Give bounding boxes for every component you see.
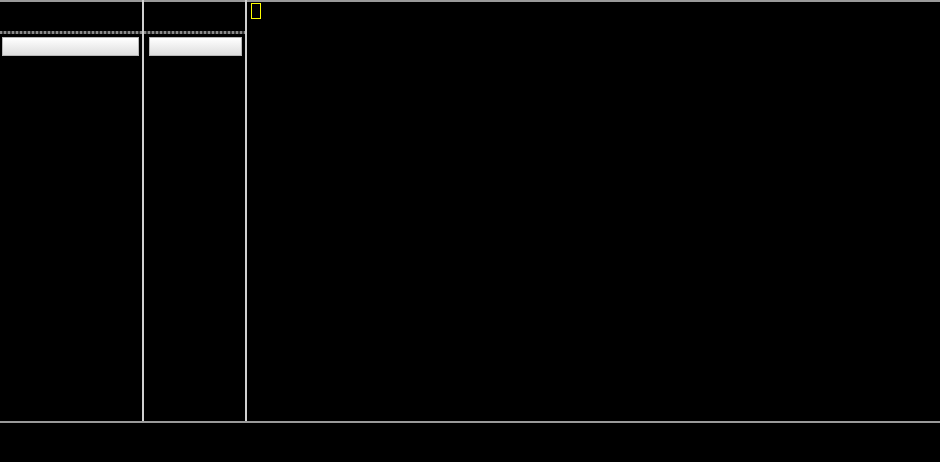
name-value-splitter[interactable] <box>142 0 144 421</box>
value-column-header[interactable] <box>149 37 242 56</box>
header-splitter[interactable] <box>0 31 247 34</box>
isim-wave-window <box>0 0 940 462</box>
value-wave-splitter[interactable] <box>245 0 247 421</box>
cursor-time-box[interactable] <box>251 3 261 19</box>
status-bar <box>0 423 940 462</box>
waveform-canvas[interactable] <box>249 0 940 421</box>
name-column-header[interactable] <box>2 37 139 56</box>
waveform-panel[interactable] <box>249 0 940 421</box>
